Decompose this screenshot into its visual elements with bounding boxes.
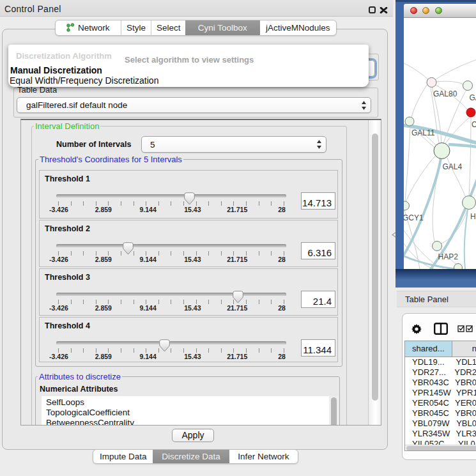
svg-text:H: H: [470, 212, 476, 221]
svg-text:GAL11: GAL11: [411, 128, 435, 137]
svg-text:GAL4: GAL4: [443, 162, 463, 171]
svg-text:HAP2: HAP2: [438, 252, 459, 261]
svg-text:C: C: [472, 120, 476, 129]
svg-text:GA: GA: [470, 93, 476, 102]
svg-text:GCY1: GCY1: [404, 213, 424, 222]
svg-text:GAL80: GAL80: [433, 89, 457, 98]
